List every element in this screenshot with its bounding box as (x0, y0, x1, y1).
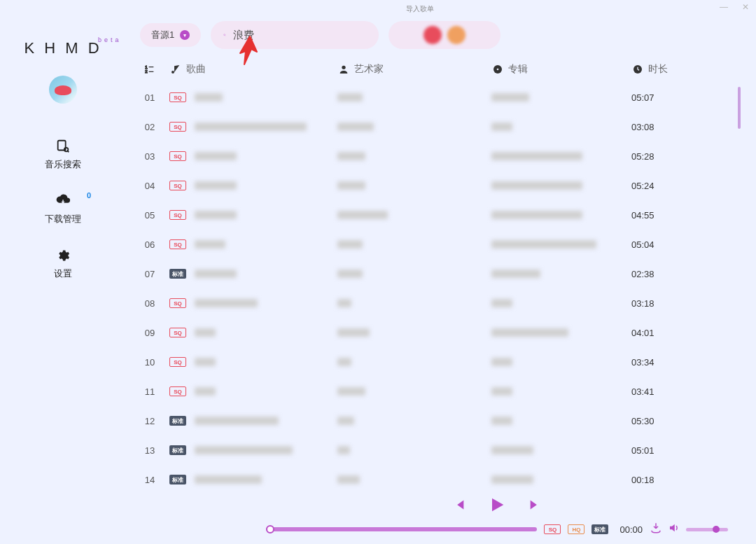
row-artist (337, 211, 491, 219)
minimize-button[interactable]: — (720, 2, 728, 12)
download-badge: 0 (87, 191, 91, 200)
row-song: SQ (169, 298, 337, 308)
row-duration: 05:07 (631, 92, 701, 103)
sidebar-item-download[interactable]: 0 下载管理 (45, 193, 81, 225)
col-index-header[interactable]: 12 (130, 63, 169, 76)
progress-knob[interactable] (266, 525, 274, 533)
track-row[interactable]: 08SQ03:18 (126, 288, 742, 318)
track-row[interactable]: 14标准00:18 (126, 465, 742, 494)
download-icon[interactable] (650, 522, 662, 537)
volume-knob[interactable] (713, 526, 720, 533)
row-artist (337, 123, 491, 131)
row-song: SQ (169, 386, 337, 396)
sidebar-item-settings[interactable]: 设置 (54, 248, 72, 280)
track-row[interactable]: 09SQ04:01 (126, 318, 742, 347)
row-album (491, 152, 631, 160)
sidebar-item-label: 设置 (54, 267, 72, 280)
album-blurred (491, 475, 533, 484)
col-song-header[interactable]: 歌曲 (169, 63, 337, 76)
source-label: 音源1 (151, 29, 174, 41)
song-title-blurred (195, 181, 237, 190)
row-song: SQ (169, 122, 337, 132)
row-index: 02 (130, 122, 169, 132)
profile-blob (447, 26, 465, 44)
profile-pill[interactable] (388, 21, 500, 49)
track-row[interactable]: 02SQ03:08 (126, 112, 742, 141)
row-artist (337, 417, 491, 425)
play-button[interactable] (487, 495, 507, 517)
track-row[interactable]: 12标准05:30 (126, 406, 742, 435)
player-right-controls (650, 522, 728, 537)
track-row[interactable]: 04SQ05:24 (126, 171, 742, 200)
artist-blurred (337, 417, 354, 425)
topbar: 音源1 ▾ (126, 14, 742, 56)
track-row[interactable]: 11SQ03:41 (126, 377, 742, 406)
sidebar-item-music-search[interactable]: 音乐搜索 (45, 139, 81, 171)
search-input[interactable] (233, 29, 366, 41)
artist-blurred (337, 446, 350, 454)
row-index: 08 (130, 298, 169, 309)
col-artist-header[interactable]: 艺术家 (337, 63, 491, 76)
row-album (491, 475, 631, 484)
track-row[interactable]: 06SQ05:04 (126, 230, 742, 259)
song-title-blurred (195, 446, 293, 454)
track-row[interactable]: 10SQ03:34 (126, 347, 742, 377)
row-index: 12 (130, 416, 169, 426)
row-album (491, 270, 631, 278)
track-row[interactable]: 13标准05:01 (126, 435, 742, 465)
album-blurred (491, 211, 582, 219)
search-box[interactable] (211, 21, 379, 49)
col-album-header[interactable]: 专辑 (491, 63, 631, 76)
volume-icon[interactable] (668, 522, 680, 537)
svg-point-7 (497, 69, 499, 71)
next-button[interactable] (528, 497, 543, 515)
row-index: 04 (130, 181, 169, 191)
person-icon (337, 63, 350, 76)
track-row[interactable]: 05SQ04:55 (126, 200, 742, 230)
previous-button[interactable] (451, 497, 466, 515)
col-label: 时长 (648, 63, 668, 76)
song-title-blurred (195, 270, 237, 278)
search-icon (55, 139, 71, 154)
profile-blob (424, 26, 442, 44)
svg-point-2 (224, 34, 225, 36)
row-index: 13 (130, 445, 169, 456)
col-duration-header[interactable]: 时长 (631, 63, 701, 76)
song-title-blurred (195, 299, 258, 307)
row-song: 标准 (169, 475, 337, 484)
track-row[interactable]: 03SQ05:28 (126, 141, 742, 171)
user-avatar[interactable] (49, 76, 77, 104)
quality-badge: SQ (169, 181, 186, 190)
row-album (491, 358, 631, 366)
song-title-blurred (195, 475, 262, 484)
row-artist (337, 152, 491, 160)
gear-icon (55, 248, 71, 263)
quality-badge: SQ (169, 386, 186, 396)
song-title-blurred (195, 211, 237, 219)
import-playlist-link[interactable]: 导入歌单 (406, 4, 434, 14)
quality-badge: 标准 (169, 269, 186, 279)
track-row[interactable]: 07标准02:38 (126, 259, 742, 288)
progress-bar[interactable] (266, 527, 537, 531)
row-index: 07 (130, 269, 169, 279)
artist-blurred (337, 387, 365, 396)
scrollbar-thumb[interactable] (738, 87, 741, 129)
sidebar: K H M D beta 音乐搜索 0 下载管理 (0, 14, 126, 544)
close-button[interactable]: ✕ (742, 2, 749, 12)
row-song: 标准 (169, 445, 337, 455)
lossless-badge: 标准 (592, 524, 608, 534)
track-row[interactable]: 01SQ05:07 (126, 83, 742, 112)
row-song: SQ (169, 181, 337, 190)
row-index: 03 (130, 151, 169, 162)
row-artist (337, 270, 491, 278)
row-index: 01 (130, 92, 169, 103)
source-selector[interactable]: 音源1 ▾ (140, 23, 201, 47)
volume-slider[interactable] (686, 528, 728, 531)
row-artist (337, 181, 491, 190)
artist-blurred (337, 328, 370, 337)
transport-controls (266, 495, 728, 517)
scrollbar[interactable] (736, 83, 741, 495)
album-blurred (491, 446, 533, 454)
music-note-icon (169, 63, 182, 76)
song-title-blurred (195, 387, 216, 396)
